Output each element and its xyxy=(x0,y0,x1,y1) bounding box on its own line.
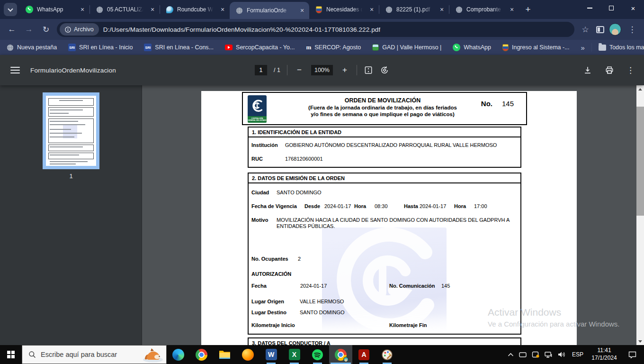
language-indicator[interactable]: ESP xyxy=(571,351,584,358)
zoom-out-button[interactable]: − xyxy=(294,65,304,75)
new-tab-button[interactable]: + xyxy=(521,2,535,17)
triangle-up-icon xyxy=(638,88,642,91)
all-bookmarks-button[interactable]: Todos los marcadores xyxy=(599,44,644,51)
taskbar-paint-icon[interactable] xyxy=(376,345,399,364)
motivo-label: Motivo xyxy=(251,217,268,223)
fecha-label: Fecha xyxy=(251,283,267,289)
crest-icon xyxy=(315,6,322,13)
taskbar-excel-icon[interactable]: X xyxy=(283,345,306,364)
tab-formulario-orden-active[interactable]: FormularioOrde × xyxy=(230,2,309,19)
tab-05-actualizac[interactable]: 05 ACTUALIZACI × xyxy=(90,0,160,19)
tab-comprobante[interactable]: Comprobante d × xyxy=(449,0,519,19)
window-maximize-button[interactable] xyxy=(600,0,622,16)
bookmark-whatsapp[interactable]: WhatsApp xyxy=(453,44,491,51)
tab-82225-pdf[interactable]: 82225 (1).pdf × xyxy=(379,0,449,19)
browser-menu-button[interactable]: ⋮ xyxy=(626,25,638,35)
tab-close-button[interactable]: × xyxy=(508,5,516,14)
taskbar-clock[interactable]: 11:41 17/1/2024 xyxy=(590,347,619,362)
notification-center-button[interactable] xyxy=(624,351,640,358)
window-minimize-button[interactable] xyxy=(579,0,600,16)
tray-network-icon[interactable] xyxy=(545,352,553,358)
pdf-more-button[interactable]: ⋮ xyxy=(626,66,635,74)
tab-close-button[interactable]: × xyxy=(218,5,227,14)
scroll-up-button[interactable] xyxy=(636,85,644,93)
tab-label: FormularioOrde xyxy=(247,7,294,14)
tab-close-button[interactable]: × xyxy=(438,5,446,14)
tab-search-button[interactable] xyxy=(4,3,17,16)
taskbar: W X A ESP 11:41 17/1/2024 xyxy=(0,345,644,364)
scrollbar-thumb[interactable] xyxy=(636,107,644,216)
taskbar-search-input[interactable] xyxy=(41,351,136,358)
taskbar-word-icon[interactable]: W xyxy=(259,345,283,364)
zoom-level: 100% xyxy=(311,65,333,75)
scroll-down-button[interactable] xyxy=(636,337,644,345)
spotify-icon xyxy=(312,349,323,361)
hora2-label: Hora xyxy=(454,203,466,209)
bookmark-star-button[interactable]: ☆ xyxy=(579,25,591,35)
page-thumbnail[interactable] xyxy=(43,92,99,169)
reload-button[interactable]: ↻ xyxy=(40,25,52,35)
taskbar-search[interactable] xyxy=(22,345,167,364)
bookmark-gad-valle-hermoso[interactable]: GAD | Valle Hermoso | xyxy=(372,44,441,51)
order-number-value: 145 xyxy=(502,100,514,108)
document-header: CONTRALORÍA GENERAL DEL ESTADO ORDEN DE … xyxy=(242,92,527,125)
print-icon[interactable] xyxy=(605,65,614,75)
tab-close-button[interactable]: × xyxy=(78,5,87,14)
tray-onedrive-icon[interactable] xyxy=(519,352,527,358)
tab-close-button[interactable]: × xyxy=(367,5,376,14)
taskbar-edge-icon[interactable] xyxy=(167,345,190,364)
url-text: D:/Users/Master/Downloads/FormularioOrde… xyxy=(103,26,381,33)
hora1-value: 08:30 xyxy=(375,203,388,209)
taskbar-file-explorer-icon[interactable] xyxy=(213,345,236,364)
fit-to-page-button[interactable] xyxy=(364,65,373,75)
taskbar-chrome-icon[interactable] xyxy=(190,345,213,364)
whatsapp-icon xyxy=(453,44,460,51)
taskbar-spotify-icon[interactable] xyxy=(306,345,329,364)
document-title: ORDEN DE MOVILIZACIÓN xyxy=(290,97,475,104)
document-subtitle-2: y/o fines de semana o que implique el pa… xyxy=(290,111,475,118)
taskbar-acrobat-icon[interactable]: A xyxy=(352,345,376,364)
vertical-scrollbar[interactable] xyxy=(636,85,644,345)
bookmark-sercopcapacita[interactable]: SercopCapacita - Yo... xyxy=(225,44,295,51)
address-bar[interactable]: Archivo D:/Users/Master/Downloads/Formul… xyxy=(57,22,574,37)
autorizacion-title: AUTORIZACIÓN xyxy=(251,271,291,277)
bookmark-sri-consultas[interactable]: SRI SRI en Línea - Cons... xyxy=(144,44,214,51)
bookmark-nueva-pestana[interactable]: Nueva pestaña xyxy=(7,44,57,51)
hasta-value: 2024-01-17 xyxy=(420,203,446,209)
window-close-button[interactable]: × xyxy=(622,0,644,16)
ruc-value: 1768120600001 xyxy=(285,156,323,162)
taskbar-chrome-active-icon[interactable] xyxy=(329,345,352,364)
tray-volume-icon[interactable] xyxy=(558,351,566,358)
forward-button[interactable]: → xyxy=(23,25,35,34)
order-number: No. 145 xyxy=(481,100,514,108)
system-tray: ESP 11:41 17/1/2024 xyxy=(508,345,644,364)
download-icon[interactable] xyxy=(583,65,592,75)
window-controls: × xyxy=(579,0,644,16)
profile-avatar[interactable] xyxy=(609,23,621,36)
bookmark-sercop-agosto[interactable]: m SERCOP: Agosto xyxy=(306,44,361,51)
back-button[interactable]: ← xyxy=(6,25,18,34)
site-info-label: Archivo xyxy=(74,26,94,33)
section-2-title: 2. DATOS DE EMISIÓN DE LA ORDEN xyxy=(249,173,520,183)
tab-necesidades[interactable]: Necesidades de × xyxy=(309,0,379,19)
start-button[interactable] xyxy=(0,345,22,364)
side-panel-button[interactable] xyxy=(596,26,604,33)
tab-close-button[interactable]: × xyxy=(148,5,157,14)
pdf-menu-button[interactable] xyxy=(10,67,20,73)
site-info-chip[interactable]: Archivo xyxy=(60,23,99,36)
tab-whatsapp[interactable]: WhatsApp × xyxy=(20,0,89,19)
taskbar-firefox-icon[interactable] xyxy=(236,345,259,364)
tab-roundcube[interactable]: Roundcube Web × xyxy=(160,0,230,19)
bookmark-sri-inicio[interactable]: SRI SRI en Línea - Inicio xyxy=(68,44,133,51)
sri-icon: SRI xyxy=(68,44,76,51)
bookmarks-overflow-button[interactable]: » xyxy=(581,44,585,52)
tray-chevron-up[interactable] xyxy=(508,353,514,357)
tray-update-icon[interactable] xyxy=(532,351,539,358)
page-number-input[interactable] xyxy=(255,65,267,75)
rotate-button[interactable] xyxy=(380,65,389,75)
section-1-title: 1. IDENTIFICACIÓN DE LA ENTIDAD xyxy=(249,127,520,137)
bookmark-ingreso-sistema[interactable]: Ingreso al Sistema -... xyxy=(502,44,570,51)
windows-logo-icon xyxy=(7,351,15,358)
zoom-in-button[interactable]: + xyxy=(340,65,350,75)
tab-close-button[interactable]: × xyxy=(298,6,306,15)
